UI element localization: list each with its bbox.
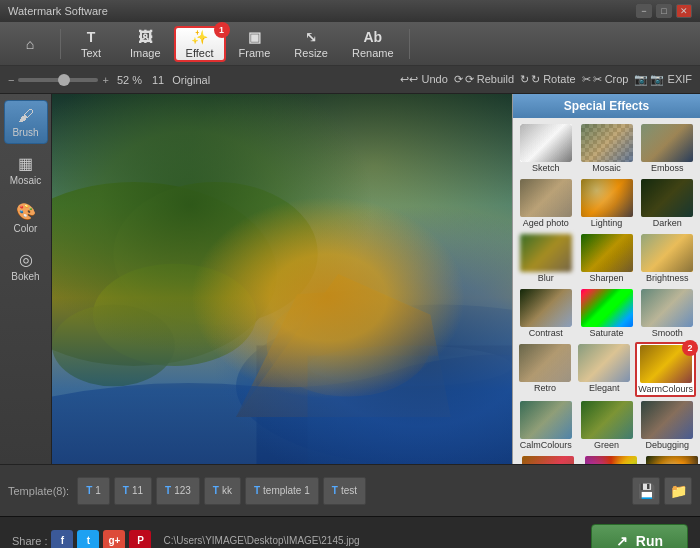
action-buttons: ↩ ↩ Undo ⟳ ⟳ Rebuild ↻ ↻ Rotate ✂ ✂ Crop… <box>400 73 692 86</box>
rebuild-label: ⟳ Rebuild <box>465 73 514 86</box>
effect-item-contrast[interactable]: Contrast <box>517 287 575 340</box>
effects-grid[interactable]: SketchMosaicEmbossAged photoLightingDark… <box>513 118 700 464</box>
svg-point-2 <box>236 305 512 464</box>
effect-item-emboss[interactable]: Emboss <box>638 122 696 175</box>
effect-row: SketchMosaicEmboss <box>517 122 696 175</box>
effect-item-elegant[interactable]: Elegant <box>576 342 632 397</box>
svg-point-8 <box>93 264 257 366</box>
rotate-button[interactable]: ↻ ↻ Rotate <box>520 73 575 86</box>
effect-label-smooth: Smooth <box>652 328 683 338</box>
left-tools: 🖌 Brush ▦ Mosaic 🎨 Color ◎ Bokeh <box>0 94 52 464</box>
effect-row: EnhanceColorColorCreationEmphasize <box>517 454 696 464</box>
template-label: template 1 <box>263 485 310 496</box>
template-label: 11 <box>132 485 143 496</box>
template-item-1[interactable]: T1 <box>77 477 110 505</box>
effect-thumb-darken <box>641 179 693 217</box>
effect-label-sketch: Sketch <box>532 163 560 173</box>
crop-button[interactable]: ✂ ✂ Crop <box>582 73 629 86</box>
effect-thumb-lighting <box>581 179 633 217</box>
effect-label-aged: Aged photo <box>523 218 569 228</box>
effect-item-brightness[interactable]: Brightness <box>638 232 696 285</box>
template-item-123[interactable]: T123 <box>156 477 200 505</box>
pinterest-share-button[interactable]: P <box>129 530 151 549</box>
exif-button[interactable]: 📷 📷 EXIF <box>634 73 692 86</box>
zoom-plus-icon[interactable]: + <box>102 74 108 86</box>
color-tool[interactable]: 🎨 Color <box>4 196 48 240</box>
effect-item-lighting[interactable]: Lighting <box>578 177 636 230</box>
brush-icon: 🖌 <box>18 107 34 125</box>
brush-tool[interactable]: 🖌 Brush <box>4 100 48 144</box>
effect-item-warmcolours[interactable]: 2WarmColours <box>635 342 696 397</box>
effect-row: CalmColoursGreenDebugging <box>517 399 696 452</box>
effect-item-green[interactable]: Green <box>578 399 636 452</box>
window-controls: − □ ✕ <box>636 4 692 18</box>
googleplus-share-button[interactable]: g+ <box>103 530 125 549</box>
separator-2 <box>409 29 410 59</box>
image-button[interactable]: 🖼 Image <box>119 26 172 62</box>
rebuild-button[interactable]: ⟳ ⟳ Rebuild <box>454 73 514 86</box>
effect-label-emboss: Emboss <box>651 163 684 173</box>
minimize-button[interactable]: − <box>636 4 652 18</box>
effect-thumb-saturate <box>581 289 633 327</box>
effect-label-saturate: Saturate <box>589 328 623 338</box>
svg-point-4 <box>52 182 277 366</box>
canvas-area[interactable] <box>52 94 512 464</box>
effect-item-enhancecolor[interactable]: EnhanceColor <box>517 454 578 464</box>
effect-row: ContrastSaturateSmooth <box>517 287 696 340</box>
home-button[interactable]: ⌂ <box>4 26 56 62</box>
text-label: Text <box>81 47 101 59</box>
template-item-template-1[interactable]: Ttemplate 1 <box>245 477 319 505</box>
effect-thumb-debugging <box>641 401 693 439</box>
zoom-thumb[interactable] <box>58 74 70 86</box>
resize-button[interactable]: ⤡ Resize <box>283 26 339 62</box>
effect-item-blur[interactable]: Blur <box>517 232 575 285</box>
mosaic-tool[interactable]: ▦ Mosaic <box>4 148 48 192</box>
color-label: Color <box>14 223 38 234</box>
canvas-image <box>52 94 512 464</box>
effect-thumb-green <box>581 401 633 439</box>
svg-rect-1 <box>52 94 512 464</box>
save-button[interactable]: 💾 <box>632 477 660 505</box>
folder-button[interactable]: 📁 <box>664 477 692 505</box>
bokeh-tool[interactable]: ◎ Bokeh <box>4 244 48 288</box>
app-title: Watermark Software <box>8 5 108 17</box>
undo-icon: ↩ <box>400 73 409 86</box>
effect-item-smooth[interactable]: Smooth <box>638 287 696 340</box>
frame-button[interactable]: ▣ Frame <box>228 26 282 62</box>
effect-thumb-brightness <box>641 234 693 272</box>
effect-label-lighting: Lighting <box>591 218 623 228</box>
effect-item-aged[interactable]: Aged photo <box>517 177 575 230</box>
run-button[interactable]: ↗ Run <box>591 524 688 549</box>
rename-label: Rename <box>352 47 394 59</box>
actionbar: − + 52 % 11 Original ↩ ↩ Undo ⟳ ⟳ Rebuil… <box>0 66 700 94</box>
maximize-button[interactable]: □ <box>656 4 672 18</box>
template-item-kk[interactable]: Tkk <box>204 477 241 505</box>
effect-item-sharpen[interactable]: Sharpen <box>578 232 636 285</box>
facebook-share-button[interactable]: f <box>51 530 73 549</box>
rename-button[interactable]: Ab Rename <box>341 26 405 62</box>
effect-item-mosaic[interactable]: Mosaic <box>578 122 636 175</box>
effect-item-colorcreation[interactable]: ColorCreation <box>581 454 641 464</box>
effect-item-calmcolours[interactable]: CalmColours <box>517 399 575 452</box>
effect-button-wrap: ✨ Effect 1 <box>174 26 226 62</box>
close-button[interactable]: ✕ <box>676 4 692 18</box>
undo-button[interactable]: ↩ ↩ Undo <box>400 73 447 86</box>
effect-thumb-emboss <box>641 124 693 162</box>
template-item-11[interactable]: T11 <box>114 477 152 505</box>
effect-item-retro[interactable]: Retro <box>517 342 573 397</box>
undo-label: ↩ Undo <box>409 73 447 86</box>
effect-item-emphasize[interactable]: Emphasize <box>644 454 700 464</box>
run-label: Run <box>636 533 663 549</box>
text-button[interactable]: T Text <box>65 26 117 62</box>
effect-item-darken[interactable]: Darken <box>638 177 696 230</box>
zoom-slider[interactable] <box>18 78 98 82</box>
crop-label: ✂ Crop <box>593 73 629 86</box>
template-item-test[interactable]: Ttest <box>323 477 366 505</box>
effect-row: BlurSharpenBrightness <box>517 232 696 285</box>
file-path: C:\Users\YIMAGE\Desktop\IMAGE\2145.jpg <box>163 535 359 546</box>
zoom-minus-icon[interactable]: − <box>8 74 14 86</box>
effect-item-sketch[interactable]: Sketch <box>517 122 575 175</box>
effect-item-saturate[interactable]: Saturate <box>578 287 636 340</box>
twitter-share-button[interactable]: t <box>77 530 99 549</box>
effect-item-debugging[interactable]: Debugging <box>638 399 696 452</box>
